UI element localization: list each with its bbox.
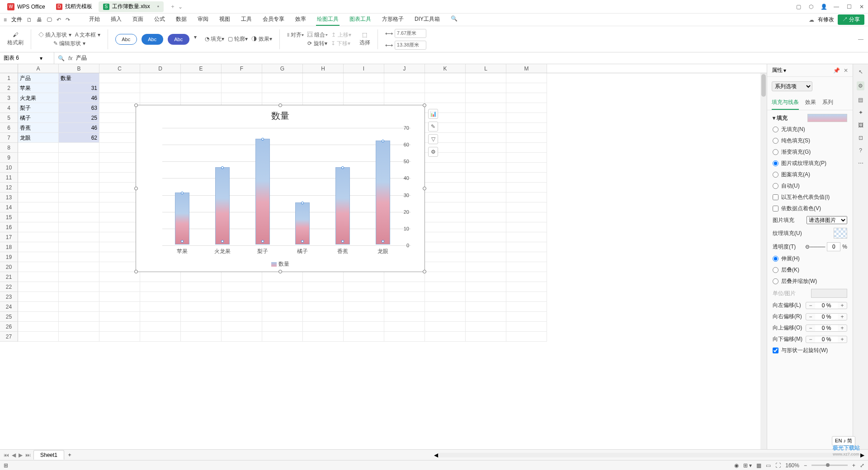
cell[interactable] xyxy=(466,103,506,113)
cell[interactable] xyxy=(506,282,547,292)
cell[interactable] xyxy=(303,73,344,83)
row-header[interactable]: 8 xyxy=(0,143,18,153)
cell[interactable] xyxy=(506,292,547,302)
cell[interactable] xyxy=(59,262,99,272)
cell[interactable] xyxy=(59,272,99,282)
cell[interactable] xyxy=(425,73,466,83)
cell[interactable] xyxy=(222,292,262,302)
view-fullscreen-icon[interactable]: ⛶ xyxy=(775,462,781,469)
cell[interactable] xyxy=(18,143,59,153)
tab-home[interactable]: 开始 xyxy=(88,14,101,26)
fill-none[interactable]: 无填充(N) xyxy=(773,126,847,133)
cell[interactable] xyxy=(222,93,262,103)
cell[interactable] xyxy=(466,282,506,292)
cell[interactable] xyxy=(425,183,466,193)
cell[interactable] xyxy=(18,322,59,332)
cell[interactable]: 46 xyxy=(59,93,99,103)
tab-view[interactable]: 视图 xyxy=(218,14,231,26)
cell[interactable] xyxy=(303,302,344,312)
cell[interactable] xyxy=(18,302,59,312)
cell[interactable] xyxy=(466,163,506,173)
cell[interactable] xyxy=(425,83,466,93)
cell[interactable] xyxy=(99,143,140,153)
zoom-formula-icon[interactable]: 🔍 xyxy=(58,55,65,61)
cell[interactable] xyxy=(18,212,59,222)
rail-help-icon[interactable]: ? xyxy=(859,147,862,154)
row-header[interactable]: 15 xyxy=(0,212,18,222)
row-header[interactable]: 21 xyxy=(0,272,18,282)
fill-stretch[interactable]: 伸展(H) xyxy=(773,255,847,263)
cell[interactable] xyxy=(425,242,466,252)
cell[interactable] xyxy=(466,133,506,143)
cell[interactable] xyxy=(18,282,59,292)
cell[interactable] xyxy=(262,83,303,93)
cell[interactable] xyxy=(99,83,140,93)
cell[interactable] xyxy=(466,302,506,312)
name-box-input[interactable] xyxy=(4,55,40,61)
cell[interactable] xyxy=(140,332,181,342)
cell[interactable] xyxy=(222,322,262,332)
fill-auto[interactable]: 自动(U) xyxy=(773,182,847,190)
cell[interactable] xyxy=(59,302,99,312)
cell[interactable] xyxy=(99,163,140,173)
cell[interactable] xyxy=(506,183,547,193)
view-grid-icon[interactable]: ⊞ ▾ xyxy=(743,462,752,469)
cell[interactable] xyxy=(99,302,140,312)
cell[interactable] xyxy=(140,83,181,93)
cell[interactable] xyxy=(18,153,59,163)
tab-drawing[interactable]: 绘图工具 xyxy=(316,14,340,26)
cell[interactable] xyxy=(425,173,466,183)
cell[interactable] xyxy=(59,332,99,342)
fill-preview[interactable] xyxy=(807,114,847,122)
cell[interactable] xyxy=(181,332,222,342)
cell[interactable] xyxy=(99,153,140,163)
style-dropdown-icon[interactable]: ▾ xyxy=(194,34,197,45)
cell[interactable] xyxy=(425,332,466,342)
row-header[interactable]: 22 xyxy=(0,282,18,292)
row-header[interactable]: 12 xyxy=(0,183,18,193)
view-page-icon[interactable]: ▦ xyxy=(756,462,761,469)
cell[interactable] xyxy=(18,232,59,242)
fill-solid[interactable]: 纯色填充(S) xyxy=(773,137,847,145)
tab-tools[interactable]: 工具 xyxy=(240,14,253,26)
offset-right[interactable]: −+ xyxy=(806,313,847,320)
effects-button[interactable]: ◑ 效果▾ xyxy=(251,35,272,43)
cell[interactable] xyxy=(344,332,384,342)
cell[interactable] xyxy=(466,73,506,83)
tab-efficiency[interactable]: 效率 xyxy=(294,14,307,26)
cell[interactable] xyxy=(181,83,222,93)
cell[interactable] xyxy=(59,143,99,153)
cell[interactable] xyxy=(506,133,547,143)
cell[interactable] xyxy=(466,272,506,282)
cell[interactable] xyxy=(303,322,344,332)
fx-icon[interactable]: fx xyxy=(68,55,72,61)
pin-icon[interactable]: 📌 xyxy=(833,67,840,74)
cell[interactable]: 香蕉 xyxy=(18,123,59,133)
cell[interactable] xyxy=(18,312,59,322)
cell[interactable] xyxy=(466,153,506,163)
rail-image-icon[interactable]: 🖼 xyxy=(858,122,863,128)
cell[interactable] xyxy=(466,183,506,193)
avatar-icon[interactable]: 👤 xyxy=(820,4,827,10)
cell[interactable] xyxy=(18,163,59,173)
cell[interactable] xyxy=(384,73,425,83)
ime-indicator[interactable]: EN ♪ 简 xyxy=(832,436,855,446)
cell[interactable] xyxy=(506,73,547,83)
cell[interactable] xyxy=(506,242,547,252)
cell[interactable] xyxy=(466,332,506,342)
movedown-button[interactable]: ↧ 下移▾ xyxy=(331,40,350,47)
chart-settings-icon[interactable]: ⚙ xyxy=(428,147,438,157)
preview-icon[interactable]: 🖵 xyxy=(47,17,52,23)
chart-title[interactable]: 数量 xyxy=(136,105,425,122)
cell[interactable] xyxy=(59,193,99,202)
row-header[interactable]: 14 xyxy=(0,202,18,212)
cell[interactable] xyxy=(506,103,547,113)
cell[interactable] xyxy=(466,312,506,322)
rail-layers-icon[interactable]: ▤ xyxy=(858,97,863,103)
height-input[interactable] xyxy=(395,41,426,50)
fill-gradient[interactable]: 渐变填充(G) xyxy=(773,148,847,156)
cell[interactable] xyxy=(303,292,344,302)
cell[interactable] xyxy=(99,242,140,252)
cell[interactable] xyxy=(425,93,466,103)
tab-member[interactable]: 会员专享 xyxy=(262,14,285,26)
